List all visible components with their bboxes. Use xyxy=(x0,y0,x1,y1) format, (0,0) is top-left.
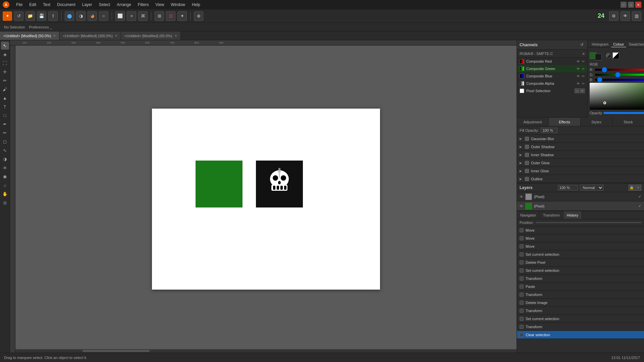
menu-filters[interactable]: Filters xyxy=(135,2,152,8)
tool-select[interactable]: ↖ xyxy=(1,42,9,50)
effect-row-outline[interactable]: ▶ Outline xyxy=(517,175,644,183)
effect-row-outer-glow[interactable]: ▶ Outer Glow xyxy=(517,159,644,167)
fill-opacity-input[interactable] xyxy=(541,128,557,133)
px-btn-2[interactable]: ✏ xyxy=(580,88,585,93)
tool-shape[interactable]: □ xyxy=(1,111,9,119)
toolbar-profile-btn[interactable]: ○ xyxy=(99,11,108,21)
tool-hand[interactable]: ✋ xyxy=(1,190,9,198)
color-mode-swatch[interactable] xyxy=(606,53,611,58)
canvas-scrollbar-h[interactable] xyxy=(15,349,517,353)
history-item-11[interactable]: Set current selection xyxy=(517,315,644,323)
menu-text[interactable]: Text xyxy=(40,2,53,8)
tool-brush[interactable]: 🖌 xyxy=(1,85,9,93)
toolbar-more-btn[interactable]: ▥ xyxy=(632,11,641,21)
history-item-12[interactable]: Transform xyxy=(517,323,644,331)
toolbar-snap3-btn[interactable]: ✦ xyxy=(177,11,187,21)
toolbar-affinity-btn[interactable]: ✦ xyxy=(3,11,12,21)
tab-2[interactable]: <Untitled> [Modified] (65.0%) ✕ xyxy=(121,32,180,40)
toolbar-mode-btn[interactable]: ⬤ xyxy=(65,11,74,21)
menu-file[interactable]: File xyxy=(13,2,25,8)
menu-select[interactable]: Select xyxy=(96,2,113,8)
channel-edit-blue[interactable]: ✏ xyxy=(582,74,585,78)
canvas-area[interactable]: 100 200 300 400 500 600 700 800 900 xyxy=(10,40,517,353)
tool-node[interactable]: ◈ xyxy=(1,50,9,58)
tool-red-eye[interactable]: ◉ xyxy=(1,172,9,180)
layers-opacity-input[interactable] xyxy=(558,185,578,190)
effect-row-inner-glow[interactable]: ▶ Inner Glow xyxy=(517,167,644,175)
toolbar-color-btn[interactable]: ◕ xyxy=(88,11,97,21)
toolbar-contrast-btn[interactable]: ◑ xyxy=(76,11,86,21)
channel-row-blue[interactable]: Composite Blue 👁 ✏ xyxy=(517,72,587,80)
layer-eye-0[interactable]: 👁 xyxy=(520,195,523,199)
toolbar-new-btn[interactable]: ↺ xyxy=(14,11,23,21)
toolbar-settings-btn[interactable]: ⚙ xyxy=(609,11,619,21)
background-swatch[interactable] xyxy=(595,54,602,60)
effect-expand-inner-shadow[interactable]: ▶ xyxy=(520,153,523,157)
nav-tab-history[interactable]: History xyxy=(564,211,582,219)
effect-expand-outer-shadow[interactable]: ▶ xyxy=(520,145,523,148)
color-tab-histogram[interactable]: Histogram xyxy=(590,42,610,47)
channel-eye-green[interactable]: 👁 xyxy=(577,67,580,71)
channel-edit-red[interactable]: ✏ xyxy=(582,60,585,63)
menu-window[interactable]: Window xyxy=(168,2,188,8)
channel-row-red[interactable]: Composite Red 👁 ✏ xyxy=(517,58,587,65)
skull-object[interactable] xyxy=(256,161,303,207)
color-reset-swatch[interactable] xyxy=(612,52,619,59)
toolbar-select-btn[interactable]: ⬜ xyxy=(115,11,125,21)
color-r-slider[interactable] xyxy=(595,69,644,71)
tool-move[interactable]: ✛ xyxy=(1,68,9,76)
color-tab-swatches[interactable]: Swatches xyxy=(627,42,644,47)
tool-pencil[interactable]: ✏ xyxy=(1,129,9,137)
canvas-content[interactable] xyxy=(15,46,517,353)
menu-arrange[interactable]: Arrange xyxy=(114,2,134,8)
history-item-3[interactable]: Set current selection xyxy=(517,250,644,258)
layer-eye-1[interactable]: 👁 xyxy=(520,204,523,208)
channels-settings-btn[interactable]: ≡ xyxy=(583,52,585,56)
effect-expand-outer-glow[interactable]: ▶ xyxy=(520,161,523,165)
channel-row-pixel-sel[interactable]: Pixel Selection □ ✏ xyxy=(517,87,587,95)
px-btn-1[interactable]: □ xyxy=(575,88,579,93)
toolbar-share-btn[interactable]: ⇪ xyxy=(48,11,58,21)
toolbar-magic-btn[interactable]: ⌘ xyxy=(138,11,148,21)
close-button[interactable]: ✕ xyxy=(635,2,641,8)
history-item-1[interactable]: Move xyxy=(517,234,644,242)
tool-fill[interactable]: ▲ xyxy=(1,94,9,102)
tool-zoom[interactable]: ⌕ xyxy=(1,181,9,189)
maximize-button[interactable]: □ xyxy=(628,2,634,8)
color-g-slider[interactable] xyxy=(595,74,644,76)
history-item-4[interactable]: Delete Pixel xyxy=(517,258,644,266)
history-item-0[interactable]: Move xyxy=(517,226,644,234)
color-tab-colour[interactable]: Colour xyxy=(611,42,626,47)
history-item-8[interactable]: Transform xyxy=(517,291,644,299)
tool-color[interactable]: ◎ xyxy=(1,198,9,206)
layer-row-1[interactable]: 👁 (Pixel) ✓ xyxy=(517,201,644,211)
tool-paint[interactable]: ✏ xyxy=(1,76,9,84)
toolbar-snap2-btn[interactable]: ⊡ xyxy=(166,11,175,21)
menu-layer[interactable]: Layer xyxy=(79,2,95,8)
effect-row-inner-shadow[interactable]: ▶ Inner Shadow xyxy=(517,151,644,159)
history-item-9[interactable]: Delete Image xyxy=(517,299,644,307)
layers-lock-btn[interactable]: 🔒 xyxy=(629,185,635,191)
tool-pen[interactable]: ✒ xyxy=(1,120,9,128)
menu-help[interactable]: Help xyxy=(189,2,203,8)
tool-text[interactable]: T xyxy=(1,103,9,111)
preferences-label[interactable]: Preferences _ xyxy=(29,25,52,29)
toolbar-assist-btn[interactable]: ⊕ xyxy=(194,11,203,21)
toolbar-lasso-btn[interactable]: ⌖ xyxy=(127,11,136,21)
opacity-slider[interactable] xyxy=(603,112,644,114)
menu-edit[interactable]: Edit xyxy=(26,2,39,8)
position-slider[interactable] xyxy=(536,222,641,223)
channel-row-alpha[interactable]: Composite Alpha 👁 ✏ xyxy=(517,80,587,87)
minimize-button[interactable]: ─ xyxy=(621,2,627,8)
history-item-7[interactable]: Paste xyxy=(517,283,644,291)
history-item-5[interactable]: Set current selection xyxy=(517,266,644,275)
channel-eye-red[interactable]: 👁 xyxy=(577,60,580,63)
effect-expand-gaussian[interactable]: ▶ xyxy=(520,137,523,140)
effects-tab-adjustment[interactable]: Adjustment xyxy=(517,118,549,126)
channel-edit-alpha[interactable]: ✏ xyxy=(582,82,585,85)
toolbar-snap-btn[interactable]: ⊞ xyxy=(155,11,164,21)
nav-tab-navigator[interactable]: Navigator xyxy=(517,211,540,219)
tool-smudge[interactable]: ∿ xyxy=(1,146,9,154)
menu-document[interactable]: Document xyxy=(54,2,78,8)
menu-view[interactable]: View xyxy=(153,2,167,8)
